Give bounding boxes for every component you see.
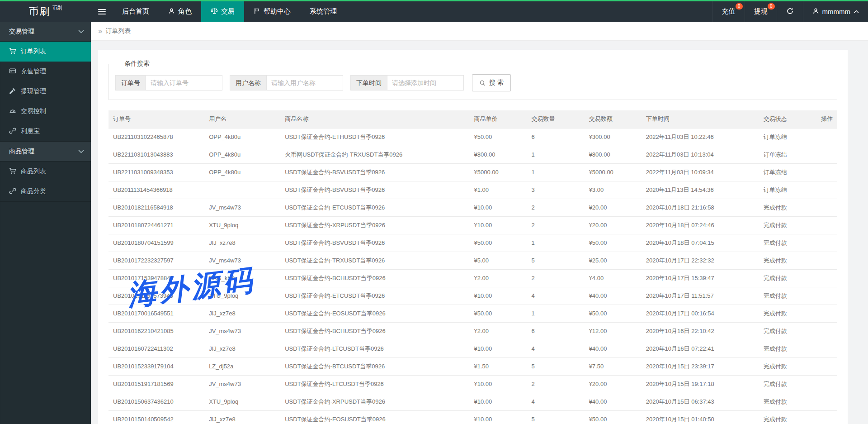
cell-username: JIJ_xz7e8 [204, 340, 280, 357]
col-header-order-no: 订单号 [108, 110, 204, 128]
cell-amount: ¥50.00 [585, 410, 642, 424]
person-icon [168, 8, 175, 16]
cell-action [816, 393, 837, 410]
cell-status: 完成付款 [759, 199, 816, 216]
order-time-field-group: 下单时间 [350, 75, 464, 91]
scales-icon [211, 7, 218, 16]
cell-unit-price: ¥2.00 [469, 322, 527, 340]
recharge-button[interactable]: 充值 0 [712, 1, 745, 22]
sidebar-item-interest[interactable]: 利息宝 [0, 121, 91, 141]
sidebar-item-order-list[interactable]: 订单列表 [0, 42, 91, 62]
cell-action [816, 410, 837, 424]
cell-action [816, 216, 837, 234]
nav-tab-label: 交易 [221, 7, 235, 16]
cell-username [204, 181, 280, 199]
cell-product-name: USDT保证金合约-ETCUSDT当季0926 [280, 199, 469, 216]
order-time-input[interactable] [387, 75, 464, 91]
sidebar-item-goods-category[interactable]: 商品分类 [0, 181, 91, 201]
cell-username: JV_ms4w73 [204, 199, 280, 216]
username-input[interactable] [266, 75, 343, 91]
cell-unit-price: ¥1.00 [469, 181, 527, 199]
cell-status: 完成付款 [759, 252, 816, 269]
table-row: UB2010151917181569JV_ms4w73USDT保证金合约-LTC… [108, 375, 837, 393]
cell-action [816, 287, 837, 305]
cell-order-time: 2020年10月16日 07:22:41 [642, 340, 759, 357]
table-row: UB2011131454366918USDT保证金合约-BSVUSDT当季092… [108, 181, 837, 199]
orders-table: 订单号用户名商品名称商品单价交易数量交易数额下单时间交易状态操作 UB22110… [108, 110, 837, 424]
cell-order-time: 2020年10月18日 07:24:46 [642, 216, 759, 234]
cell-username: JV_ms4w73 [204, 322, 280, 340]
gauge-icon [9, 107, 16, 116]
cell-order-no: UB2010170016549551 [108, 305, 204, 322]
cell-quantity: 5 [527, 252, 585, 269]
cell-order-no: UB2010171539478847 [108, 269, 204, 287]
cell-unit-price: ¥50.00 [469, 234, 527, 252]
cell-amount: ¥800.00 [585, 146, 642, 163]
cell-unit-price: ¥50.00 [469, 128, 527, 146]
orders-card: 条件搜索 订单号 用户名称 下单时间 [98, 50, 848, 424]
recharge-badge: 0 [736, 3, 743, 10]
nav-tab-help-center[interactable]: 帮助中心 [244, 1, 300, 22]
cell-username: OPP_4k80u [204, 128, 280, 146]
user-menu[interactable]: mmmmm [803, 1, 868, 22]
refresh-button[interactable] [777, 1, 803, 22]
cell-username: XTU_9ploq [204, 393, 280, 410]
cell-status: 完成付款 [759, 340, 816, 357]
cell-status: 订单冻结 [759, 163, 816, 181]
nav-tab-label: 后台首页 [122, 7, 149, 16]
sidebar-item-label: 交易控制 [21, 107, 46, 115]
cell-order-no: UB2010182116584918 [108, 199, 204, 216]
nav-tab-label: 帮助中心 [264, 7, 291, 16]
cell-unit-price: ¥10.00 [469, 287, 527, 305]
cell-unit-price: ¥2.00 [469, 269, 527, 287]
cell-quantity: 2 [527, 269, 585, 287]
cell-status: 订单冻结 [759, 181, 816, 199]
sidebar-toggle-button[interactable] [91, 1, 113, 22]
main-nav: 后台首页 角色 交易 帮助中心 系统管理 [113, 1, 346, 22]
cell-action [816, 252, 837, 269]
sidebar-item-goods-list[interactable]: 商品列表 [0, 162, 91, 181]
cell-order-no: UB2010172232327597 [108, 252, 204, 269]
col-header-product-name: 商品名称 [280, 110, 469, 128]
cell-order-time: 2020年10月18日 07:04:15 [642, 234, 759, 252]
withdraw-button[interactable]: 提现 0 [745, 1, 777, 22]
content-area: 条件搜索 订单号 用户名称 下单时间 [91, 41, 868, 424]
username-label: 用户名称 [230, 75, 266, 91]
cell-order-no: UB2010171151573946 [108, 287, 204, 305]
cell-quantity: 1 [527, 146, 585, 163]
table-row: UB2010180704151599JIJ_xz7e8USDT保证金合约-BSV… [108, 234, 837, 252]
sidebar-item-label: 商品列表 [21, 167, 46, 176]
cell-order-time: 2020年10月17日 22:32:32 [642, 252, 759, 269]
sidebar-group-trade[interactable]: 交易管理 [0, 22, 91, 42]
cell-order-time: 2020年10月17日 00:16:54 [642, 305, 759, 322]
cell-product-name: USDT保证金合约-BCHUSDT当季0926 [280, 322, 469, 340]
sidebar-item-label: 充值管理 [21, 67, 46, 76]
chevron-down-icon [78, 149, 84, 153]
order-no-input[interactable] [146, 75, 222, 91]
nav-tab-system[interactable]: 系统管理 [300, 1, 346, 22]
main-area: » 订单列表 条件搜索 订单号 用户名称 [91, 22, 868, 424]
sidebar-item-recharge[interactable]: 充值管理 [0, 62, 91, 81]
sidebar: 交易管理 订单列表 充值管理 提现管理 交易控制 利息宝 [0, 22, 91, 424]
cell-unit-price: ¥1.50 [469, 357, 527, 375]
cell-order-no: UB2211031013043883 [108, 146, 204, 163]
cell-product-name: USDT保证金合约-ETHUSDT当季0926 [280, 128, 469, 146]
cell-action [816, 340, 837, 357]
sidebar-group-goods[interactable]: 商品管理 [0, 142, 91, 162]
cell-amount: ¥20.00 [585, 375, 642, 393]
cell-quantity: 2 [527, 375, 585, 393]
sidebar-item-trade-control[interactable]: 交易控制 [0, 101, 91, 121]
app-logo[interactable]: 币刷 币刷 [0, 1, 91, 22]
search-button[interactable]: 搜 索 [472, 74, 511, 91]
cell-product-name: 火币网USDT保证金合约-TRXUSDT当季0926 [280, 146, 469, 163]
top-header: 币刷 币刷 后台首页 角色 交易 帮助中心 系统管理 充值 0 提现 [0, 1, 868, 22]
nav-tab-role[interactable]: 角色 [159, 1, 201, 22]
cell-quantity: 1 [527, 305, 585, 322]
nav-tab-trade[interactable]: 交易 [201, 1, 244, 22]
cell-order-no: UB2010150637436210 [108, 393, 204, 410]
cell-unit-price: ¥10.00 [469, 375, 527, 393]
sidebar-item-withdraw[interactable]: 提现管理 [0, 81, 91, 101]
withdraw-badge: 0 [768, 3, 775, 10]
cell-order-no: UB2010160722411302 [108, 340, 204, 357]
nav-tab-dashboard[interactable]: 后台首页 [113, 1, 159, 22]
